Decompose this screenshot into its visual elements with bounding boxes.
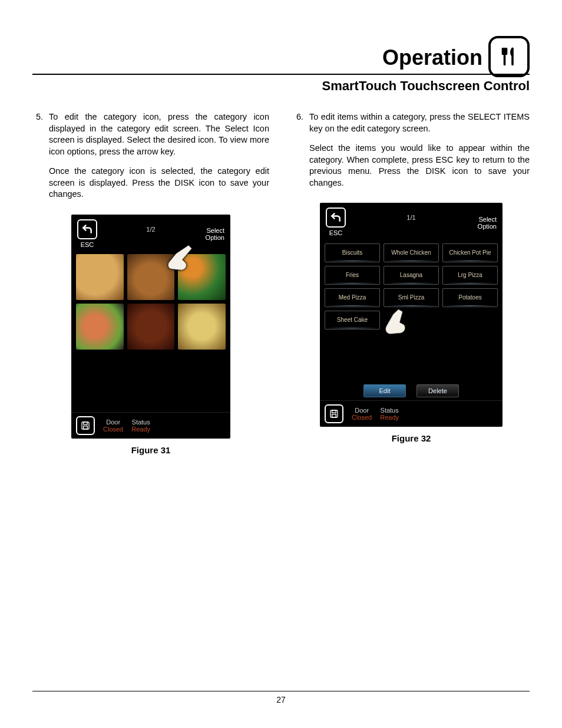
esc-label: ESC	[329, 229, 343, 238]
category-icon-steak[interactable]	[127, 304, 175, 350]
figure-caption: Figure 31	[32, 444, 269, 456]
manual-page: Operation SmartTouch Touchscreen Control…	[0, 0, 562, 728]
esc-label: ESC	[81, 241, 94, 249]
right-column: 6. To edit items within a category, pres…	[293, 111, 530, 456]
esc-button[interactable]: ESC	[326, 207, 346, 238]
step-body: To edit items within a category, press t…	[309, 111, 530, 197]
category-icon-bread[interactable]	[76, 254, 124, 300]
door-status: Door Closed	[103, 419, 123, 433]
disk-save-button[interactable]	[325, 404, 343, 423]
page-footer: 27	[32, 691, 530, 704]
figure-caption: Figure 32	[293, 433, 530, 444]
door-status: Door Closed	[352, 407, 372, 421]
page-indicator: 1/2	[146, 225, 155, 234]
select-option-label: Select Option	[206, 227, 224, 241]
item-grid: Biscuits Whole Chicken Chicken Pot Pie F…	[320, 240, 503, 333]
category-icon-poultry[interactable]	[127, 254, 175, 300]
svg-rect-5	[332, 414, 336, 417]
item-button[interactable]: Lrg Pizza	[442, 266, 498, 285]
step-number: 5.	[32, 111, 43, 209]
category-icon-vegetables[interactable]	[178, 254, 226, 300]
screen-topbar: ESC 1/1 Select Option	[320, 203, 503, 240]
step-6: 6. To edit items within a category, pres…	[293, 111, 530, 197]
category-icon-pasta[interactable]	[178, 304, 226, 350]
step-text: Once the category icon is selected, the …	[49, 166, 269, 200]
edit-button[interactable]: Edit	[363, 384, 406, 397]
page-header: Operation	[32, 29, 530, 75]
item-button[interactable]: Sml Pizza	[384, 288, 439, 307]
status-bar: Door Closed Status Ready	[320, 400, 503, 427]
edit-delete-bar: Edit Delete	[320, 384, 503, 401]
content-columns: 5. To edit the category icon, press the …	[32, 111, 530, 456]
item-button[interactable]: Sheet Cake	[325, 311, 380, 330]
ready-status: Status Ready	[380, 407, 399, 421]
step-body: To edit the category icon, press the cat…	[49, 111, 269, 209]
delete-button[interactable]: Delete	[416, 384, 459, 397]
figure-32-screen: ESC 1/1 Select Option Biscuits Whole Chi…	[320, 203, 503, 427]
page-title: Operation	[382, 45, 482, 70]
step-text: To edit the category icon, press the cat…	[49, 111, 269, 157]
svg-rect-4	[332, 410, 336, 413]
step-text: To edit items within a category, press t…	[309, 111, 530, 134]
disk-save-button[interactable]	[76, 416, 95, 435]
fork-knife-icon	[488, 36, 530, 77]
svg-rect-2	[84, 426, 88, 429]
page-indicator: 1/1	[406, 213, 415, 222]
esc-button[interactable]: ESC	[77, 219, 97, 249]
page-number: 27	[276, 695, 286, 704]
ready-status: Status Ready	[131, 419, 150, 433]
page-subtitle: SmartTouch Touchscreen Control	[32, 78, 530, 94]
screen-topbar: ESC 1/2 Select Option	[71, 215, 230, 252]
step-number: 6.	[293, 111, 303, 197]
left-column: 5. To edit the category icon, press the …	[32, 111, 269, 456]
item-button[interactable]: Lasagna	[384, 266, 439, 285]
undo-arrow-icon	[326, 207, 346, 228]
item-button[interactable]: Fries	[325, 266, 380, 285]
undo-arrow-icon	[77, 219, 97, 239]
item-button[interactable]: Potatoes	[442, 288, 498, 307]
svg-rect-1	[84, 422, 88, 424]
icon-grid	[71, 252, 230, 352]
category-icon-seafood[interactable]	[76, 304, 124, 350]
step-text: Select the items you would like to appea…	[309, 143, 530, 189]
item-button[interactable]: Whole Chicken	[384, 243, 439, 262]
item-button[interactable]: Med Pizza	[325, 288, 380, 307]
status-bar: Door Closed Status Ready	[71, 412, 230, 439]
figure-31-screen: ESC 1/2 Select Option	[71, 215, 230, 439]
item-button[interactable]: Chicken Pot Pie	[442, 243, 498, 262]
select-option-label: Select Option	[478, 216, 497, 230]
item-button[interactable]: Biscuits	[325, 243, 380, 262]
step-5: 5. To edit the category icon, press the …	[32, 111, 269, 209]
